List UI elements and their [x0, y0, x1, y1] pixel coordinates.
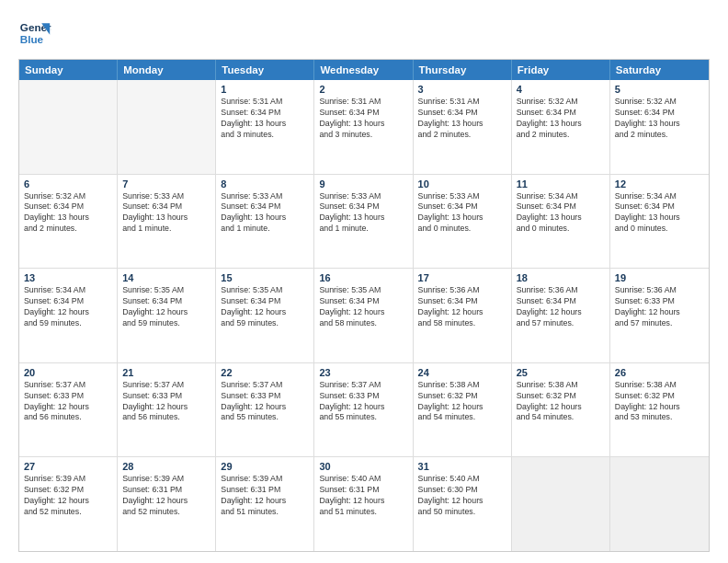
cell-line: and 52 minutes.: [122, 507, 210, 518]
cell-line: and 3 minutes.: [221, 130, 309, 141]
day-number: 25: [517, 367, 605, 378]
calendar-cell: 24Sunrise: 5:38 AMSunset: 6:32 PMDayligh…: [414, 363, 512, 457]
calendar-cell: [512, 457, 610, 551]
calendar-cell: 31Sunrise: 5:40 AMSunset: 6:30 PMDayligh…: [414, 457, 512, 551]
day-number: 15: [221, 272, 309, 283]
cell-line: and 52 minutes.: [24, 507, 112, 518]
cell-line: Daylight: 13 hours: [615, 119, 704, 130]
cell-line: Sunrise: 5:34 AM: [517, 191, 605, 202]
cell-line: Sunset: 6:34 PM: [418, 108, 506, 119]
calendar-row: 13Sunrise: 5:34 AMSunset: 6:34 PMDayligh…: [19, 268, 709, 362]
cell-line: Sunset: 6:34 PM: [418, 296, 506, 307]
cell-line: Sunrise: 5:39 AM: [221, 474, 309, 485]
cell-line: Daylight: 13 hours: [24, 213, 112, 224]
cell-line: Daylight: 12 hours: [615, 402, 704, 413]
cell-line: Daylight: 13 hours: [221, 213, 309, 224]
calendar-row: 6Sunrise: 5:32 AMSunset: 6:34 PMDaylight…: [19, 174, 709, 269]
cell-line: Daylight: 12 hours: [122, 307, 210, 318]
cell-line: Sunset: 6:34 PM: [24, 296, 112, 307]
calendar-cell: [118, 80, 216, 174]
cell-line: Sunset: 6:33 PM: [122, 391, 210, 402]
calendar-cell: 8Sunrise: 5:33 AMSunset: 6:34 PMDaylight…: [216, 175, 314, 269]
cell-line: Daylight: 12 hours: [221, 307, 309, 318]
day-number: 11: [517, 178, 605, 190]
day-number: 23: [319, 367, 407, 378]
cell-line: Daylight: 13 hours: [517, 213, 605, 224]
calendar-cell: 10Sunrise: 5:33 AMSunset: 6:34 PMDayligh…: [414, 175, 512, 269]
cell-line: Sunset: 6:33 PM: [319, 391, 407, 402]
calendar-cell: 1Sunrise: 5:31 AMSunset: 6:34 PMDaylight…: [216, 80, 314, 174]
day-number: 20: [24, 367, 112, 378]
cell-line: Sunset: 6:33 PM: [615, 296, 704, 307]
day-number: 1: [221, 84, 309, 95]
cell-line: Sunrise: 5:36 AM: [615, 285, 704, 296]
cell-line: and 0 minutes.: [517, 224, 605, 235]
weekday-header: Thursday: [414, 60, 512, 80]
cell-line: Sunrise: 5:31 AM: [319, 97, 407, 108]
cell-line: Daylight: 12 hours: [319, 307, 407, 318]
cell-line: Daylight: 13 hours: [221, 119, 309, 130]
calendar-header: SundayMondayTuesdayWednesdayThursdayFrid…: [19, 60, 709, 80]
calendar-cell: 12Sunrise: 5:34 AMSunset: 6:34 PMDayligh…: [610, 175, 709, 269]
cell-line: Sunset: 6:34 PM: [319, 296, 407, 307]
calendar-cell: 5Sunrise: 5:32 AMSunset: 6:34 PMDaylight…: [610, 80, 709, 174]
weekday-header: Monday: [118, 60, 216, 80]
calendar-cell: 30Sunrise: 5:40 AMSunset: 6:31 PMDayligh…: [314, 457, 413, 551]
calendar-cell: 18Sunrise: 5:36 AMSunset: 6:34 PMDayligh…: [512, 269, 610, 362]
cell-line: and 2 minutes.: [517, 130, 605, 141]
cell-line: Sunset: 6:34 PM: [221, 108, 309, 119]
cell-line: Sunset: 6:33 PM: [24, 391, 112, 402]
cell-line: and 1 minute.: [319, 224, 407, 235]
calendar-body: 1Sunrise: 5:31 AMSunset: 6:34 PMDaylight…: [19, 80, 709, 551]
cell-line: Daylight: 12 hours: [418, 402, 506, 413]
cell-line: Sunrise: 5:36 AM: [418, 285, 506, 296]
calendar-cell: 6Sunrise: 5:32 AMSunset: 6:34 PMDaylight…: [19, 175, 118, 269]
cell-line: Sunrise: 5:37 AM: [24, 380, 112, 391]
cell-line: Sunset: 6:31 PM: [122, 485, 210, 496]
cell-line: Sunrise: 5:33 AM: [221, 191, 309, 202]
calendar-cell: 4Sunrise: 5:32 AMSunset: 6:34 PMDaylight…: [512, 80, 610, 174]
weekday-header: Wednesday: [314, 60, 413, 80]
calendar-cell: 22Sunrise: 5:37 AMSunset: 6:33 PMDayligh…: [216, 363, 314, 457]
cell-line: and 1 minute.: [221, 224, 309, 235]
cell-line: Daylight: 12 hours: [122, 496, 210, 507]
cell-line: Sunrise: 5:37 AM: [122, 380, 210, 391]
day-number: 19: [615, 272, 704, 283]
cell-line: Daylight: 13 hours: [418, 213, 506, 224]
day-number: 9: [319, 178, 407, 190]
cell-line: and 54 minutes.: [517, 412, 605, 423]
cell-line: Daylight: 12 hours: [122, 402, 210, 413]
cell-line: Daylight: 12 hours: [221, 402, 309, 413]
logo: General Blue: [18, 17, 51, 50]
calendar-cell: 13Sunrise: 5:34 AMSunset: 6:34 PMDayligh…: [19, 269, 118, 362]
calendar-cell: 26Sunrise: 5:38 AMSunset: 6:32 PMDayligh…: [610, 363, 709, 457]
cell-line: Sunset: 6:34 PM: [319, 201, 407, 213]
cell-line: Daylight: 13 hours: [319, 119, 407, 130]
cell-line: Sunrise: 5:34 AM: [615, 191, 704, 202]
cell-line: Sunrise: 5:33 AM: [122, 191, 210, 202]
cell-line: Daylight: 12 hours: [517, 402, 605, 413]
cell-line: and 59 minutes.: [24, 318, 112, 329]
weekday-header: Tuesday: [216, 60, 314, 80]
cell-line: Sunrise: 5:33 AM: [319, 191, 407, 202]
day-number: 24: [418, 367, 506, 378]
day-number: 3: [418, 84, 506, 95]
cell-line: Daylight: 13 hours: [615, 213, 704, 224]
day-number: 27: [24, 461, 112, 472]
cell-line: Sunset: 6:32 PM: [615, 391, 704, 402]
cell-line: Sunset: 6:33 PM: [221, 391, 309, 402]
calendar-cell: 25Sunrise: 5:38 AMSunset: 6:32 PMDayligh…: [512, 363, 610, 457]
calendar-cell: 16Sunrise: 5:35 AMSunset: 6:34 PMDayligh…: [314, 269, 413, 362]
cell-line: Daylight: 12 hours: [24, 307, 112, 318]
cell-line: Daylight: 12 hours: [517, 307, 605, 318]
cell-line: Daylight: 12 hours: [24, 496, 112, 507]
cell-line: Daylight: 12 hours: [615, 307, 704, 318]
cell-line: and 55 minutes.: [221, 412, 309, 423]
day-number: 17: [418, 272, 506, 283]
calendar-row: 1Sunrise: 5:31 AMSunset: 6:34 PMDaylight…: [19, 80, 709, 174]
cell-line: Sunrise: 5:40 AM: [319, 474, 407, 485]
calendar-cell: 27Sunrise: 5:39 AMSunset: 6:32 PMDayligh…: [19, 457, 118, 551]
calendar-row: 20Sunrise: 5:37 AMSunset: 6:33 PMDayligh…: [19, 362, 709, 457]
cell-line: Sunrise: 5:33 AM: [418, 191, 506, 202]
cell-line: Sunrise: 5:35 AM: [221, 285, 309, 296]
